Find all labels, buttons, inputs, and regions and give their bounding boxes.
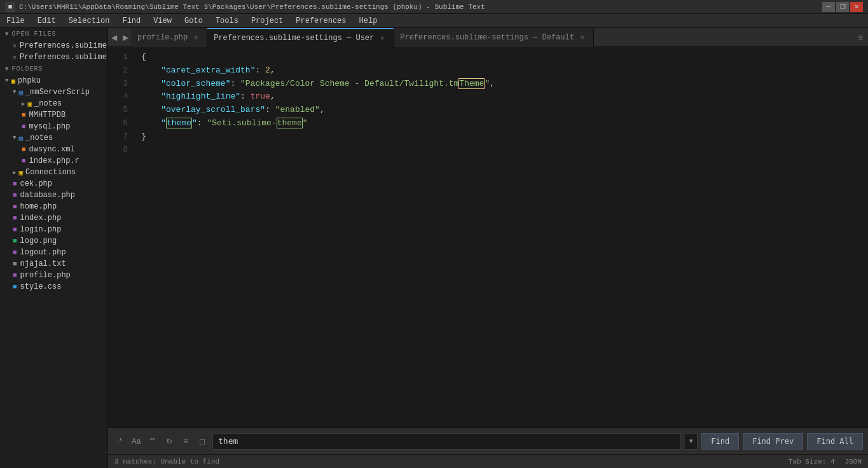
arrow-notes-inner: ▶ bbox=[22, 100, 25, 107]
status-message: 3 matches; Unable to find bbox=[114, 458, 219, 465]
find-all-button[interactable]: Find All bbox=[807, 433, 863, 450]
close-button[interactable]: ✕ bbox=[850, 2, 863, 12]
code-content[interactable]: { "caret_extra_width": 2, "color_scheme"… bbox=[134, 47, 830, 427]
menu-file[interactable]: File bbox=[0, 15, 31, 27]
file-style[interactable]: ■ style.css bbox=[0, 281, 107, 292]
close-icon-1[interactable]: ✕ bbox=[13, 42, 17, 50]
code-editor: 1 2 3 4 5 6 7 8 { "caret_extra_width": 2… bbox=[108, 47, 868, 427]
tab-size-label[interactable]: Tab Size: 4 bbox=[789, 458, 835, 465]
restore-button[interactable]: ❐ bbox=[836, 2, 849, 12]
tab-prefs-default-close[interactable]: ✕ bbox=[578, 33, 587, 42]
folder-notes[interactable]: ▼ ▤ _notes bbox=[0, 132, 107, 144]
arrow-connections: ▶ bbox=[13, 169, 16, 176]
menu-find[interactable]: Find bbox=[116, 15, 147, 27]
menu-project[interactable]: Project bbox=[245, 15, 289, 27]
file-njajal[interactable]: ■ njajal.txt bbox=[0, 258, 107, 270]
file-home-label: home.php bbox=[20, 202, 57, 211]
menu-tools[interactable]: Tools bbox=[209, 15, 245, 27]
open-file-1-label: Preferences.sublime-s bbox=[20, 41, 107, 50]
file-icon-profile: ■ bbox=[13, 272, 17, 279]
menu-help[interactable]: Help bbox=[353, 15, 384, 27]
find-regex-btn[interactable]: .* bbox=[113, 435, 126, 448]
menu-edit[interactable]: Edit bbox=[31, 15, 62, 27]
tab-prefs-default[interactable]: Preferences.sublime-settings — Default ✕ bbox=[394, 28, 594, 47]
find-prev-button[interactable]: Find Prev bbox=[743, 433, 803, 450]
folder-phpku[interactable]: ▼ ▣ phpku bbox=[0, 75, 107, 86]
close-icon-2[interactable]: ✕ bbox=[13, 53, 17, 61]
folder-icon-connections: ▣ bbox=[18, 169, 23, 177]
file-indexphpr-label: index.php.r bbox=[29, 156, 79, 165]
tab-nav-next[interactable]: ▶ bbox=[120, 28, 131, 47]
file-profile-label: profile.php bbox=[20, 271, 71, 280]
menu-view[interactable]: View bbox=[147, 15, 178, 27]
open-files-arrow: ▼ bbox=[5, 31, 9, 38]
title-bar-controls: ─ ❐ ✕ bbox=[822, 2, 863, 12]
find-highlight-btn[interactable]: ◻ bbox=[196, 435, 209, 448]
folder-notes-inner[interactable]: ▶ ▣ _notes bbox=[0, 98, 107, 109]
line-num-6: 6 bbox=[108, 117, 133, 130]
find-wrap-btn[interactable]: ↻ bbox=[163, 435, 176, 448]
file-mmhttpdb[interactable]: ■ MMHTTPDB bbox=[0, 109, 107, 121]
tab-prefs-user-close[interactable]: ✕ bbox=[378, 34, 387, 43]
status-right: Tab Size: 4 JSON bbox=[789, 458, 862, 465]
menu-selection[interactable]: Selection bbox=[62, 15, 116, 27]
title-bar: ■ C:\Users\MHR11\AppData\Roaming\Sublime… bbox=[0, 0, 868, 14]
folder-connections-label: Connections bbox=[25, 168, 76, 177]
folder-notes-inner-label: _notes bbox=[34, 99, 62, 108]
folder-icon-mmServer: ▤ bbox=[18, 88, 23, 97]
find-input[interactable] bbox=[212, 433, 681, 450]
file-login-label: login.php bbox=[20, 225, 62, 234]
tab-menu-button[interactable]: ≡ bbox=[853, 28, 868, 47]
open-files-label: OPEN FILES bbox=[11, 31, 56, 38]
file-database[interactable]: ■ database.php bbox=[0, 189, 107, 201]
file-icon-cek: ■ bbox=[13, 180, 17, 188]
file-dwsync[interactable]: ■ dwsync.xml bbox=[0, 144, 107, 155]
folder-icon-phpku: ▣ bbox=[11, 77, 15, 85]
open-file-2[interactable]: ✕ Preferences.sublime-s bbox=[0, 52, 107, 63]
open-file-1[interactable]: ✕ Preferences.sublime-s bbox=[0, 40, 107, 52]
find-word-btn[interactable]: "" bbox=[146, 435, 159, 448]
file-indexphpr[interactable]: ■ index.php.r bbox=[0, 155, 107, 167]
open-file-2-label: Preferences.sublime-s bbox=[20, 53, 107, 62]
file-icon-mysql: ■ bbox=[22, 123, 26, 130]
arrow-mmServer: ▼ bbox=[13, 89, 16, 95]
file-profile[interactable]: ■ profile.php bbox=[0, 270, 107, 281]
folder-mmServerScript[interactable]: ▼ ▤ _mmServerScrip bbox=[0, 86, 107, 98]
file-database-label: database.php bbox=[20, 191, 75, 200]
file-njajal-label: njajal.txt bbox=[20, 259, 66, 268]
file-index[interactable]: ■ index.php bbox=[0, 212, 107, 224]
file-icon-sql: ■ bbox=[22, 111, 26, 119]
status-left: 3 matches; Unable to find bbox=[114, 458, 219, 465]
find-case-btn[interactable]: Aa bbox=[130, 435, 142, 448]
file-login[interactable]: ■ login.php bbox=[0, 224, 107, 235]
file-icon-login: ■ bbox=[13, 226, 17, 233]
menu-preferences[interactable]: Preferences bbox=[289, 15, 352, 27]
find-button[interactable]: Find bbox=[701, 433, 739, 450]
syntax-label[interactable]: JSON bbox=[845, 458, 862, 465]
line-num-3: 3 bbox=[108, 78, 133, 91]
file-home[interactable]: ■ home.php bbox=[0, 201, 107, 212]
find-insel-btn[interactable]: ≡ bbox=[179, 435, 192, 448]
file-mysql[interactable]: ■ mysql.php bbox=[0, 121, 107, 132]
file-logout[interactable]: ■ logout.php bbox=[0, 247, 107, 258]
file-style-label: style.css bbox=[20, 282, 62, 291]
main-layout: ▼ OPEN FILES ✕ Preferences.sublime-s ✕ P… bbox=[0, 28, 868, 468]
folder-notes-label: _notes bbox=[25, 134, 53, 142]
find-bar: .* Aa "" ↻ ≡ ◻ ▼ Find Find Prev Find All bbox=[108, 427, 868, 454]
line-num-4: 4 bbox=[108, 90, 133, 104]
line-num-7: 7 bbox=[108, 130, 133, 144]
tab-profile-close[interactable]: ✕ bbox=[191, 33, 200, 42]
tab-prefs-user[interactable]: Preferences.sublime-settings — User ✕ bbox=[207, 28, 394, 47]
file-icon-xml: ■ bbox=[22, 146, 26, 153]
tab-profile[interactable]: profile.php ✕ bbox=[131, 28, 207, 47]
minimize-button[interactable]: ─ bbox=[822, 2, 835, 12]
menu-goto[interactable]: Goto bbox=[178, 15, 209, 27]
tab-nav-prev[interactable]: ◀ bbox=[108, 28, 120, 47]
file-icon-database: ■ bbox=[13, 191, 17, 199]
file-cek[interactable]: ■ cek.php bbox=[0, 178, 107, 189]
file-logo[interactable]: ■ logo.png bbox=[0, 235, 107, 247]
folder-connections[interactable]: ▶ ▣ Connections bbox=[0, 167, 107, 178]
folders-arrow: ▼ bbox=[5, 66, 9, 72]
tab-prefs-user-label: Preferences.sublime-settings — User bbox=[214, 34, 374, 43]
find-dropdown-btn[interactable]: ▼ bbox=[685, 433, 698, 450]
